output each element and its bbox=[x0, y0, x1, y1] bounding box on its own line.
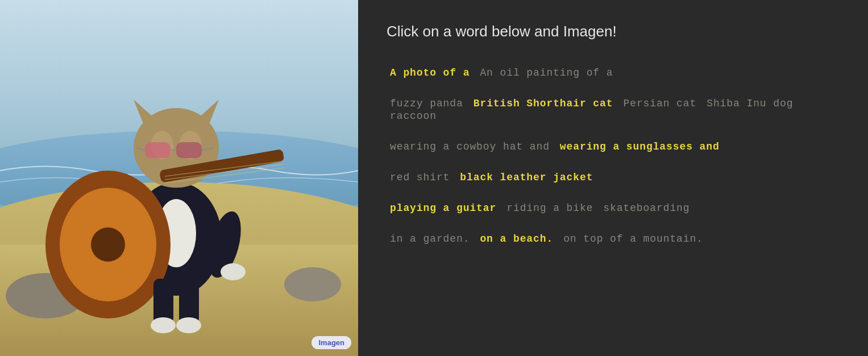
imagen-badge: Imagen bbox=[312, 336, 351, 349]
text-panel: Click on a word below and Imagen! A phot… bbox=[358, 0, 868, 356]
word-a-photo-of-a[interactable]: A photo of a bbox=[387, 67, 473, 79]
word-british-shorthair-cat[interactable]: British Shorthair cat bbox=[470, 97, 617, 110]
svg-rect-14 bbox=[145, 142, 171, 158]
word-skateboarding[interactable]: skateboarding bbox=[600, 202, 693, 214]
word-an-oil-painting-of-a[interactable]: An oil painting of a bbox=[476, 67, 616, 79]
word-wearing-a-cowboy-hat-and[interactable]: wearing a cowboy hat and bbox=[387, 140, 553, 153]
word-grid: A photo of a An oil painting of afuzzy p… bbox=[387, 57, 840, 254]
svg-point-25 bbox=[91, 227, 125, 262]
word-in-a-garden[interactable]: in a garden. bbox=[387, 233, 473, 245]
word-row-3: red shirt black leather jacket bbox=[387, 162, 840, 193]
word-on-top-of-a-mountain[interactable]: on top of a mountain. bbox=[560, 233, 707, 245]
word-row-1: fuzzy panda British Shorthair cat Persia… bbox=[387, 88, 840, 131]
word-persian-cat[interactable]: Persian cat bbox=[620, 97, 700, 110]
word-black-leather-jacket[interactable]: black leather jacket bbox=[456, 171, 596, 184]
word-on-a-beach[interactable]: on a beach. bbox=[476, 233, 556, 245]
headline: Click on a word below and Imagen! bbox=[387, 23, 840, 40]
word-red-shirt[interactable]: red shirt bbox=[387, 171, 453, 184]
svg-rect-15 bbox=[176, 142, 202, 158]
word-row-5: in a garden. on a beach. on top of a mou… bbox=[387, 223, 840, 254]
word-wearing-a-sunglasses-and[interactable]: wearing a sunglasses and bbox=[556, 140, 723, 153]
word-riding-a-bike[interactable]: riding a bike bbox=[503, 202, 596, 214]
image-panel: Imagen bbox=[0, 0, 358, 356]
word-row-4: playing a guitar riding a bike skateboar… bbox=[387, 193, 840, 223]
word-row-0: A photo of a An oil painting of a bbox=[387, 57, 840, 88]
svg-rect-30 bbox=[153, 279, 173, 324]
svg-point-33 bbox=[176, 317, 201, 333]
word-row-2: wearing a cowboy hat and wearing a sungl… bbox=[387, 131, 840, 162]
scene-svg bbox=[0, 0, 358, 356]
svg-point-32 bbox=[151, 317, 176, 333]
word-fuzzy-panda[interactable]: fuzzy panda bbox=[387, 97, 467, 110]
word-raccoon[interactable]: raccoon bbox=[387, 110, 440, 122]
word-shiba-inu-dog[interactable]: Shiba Inu dog bbox=[703, 97, 796, 110]
svg-point-6 bbox=[284, 267, 341, 301]
word-playing-a-guitar[interactable]: playing a guitar bbox=[387, 202, 500, 214]
svg-rect-31 bbox=[179, 279, 199, 324]
svg-point-22 bbox=[221, 263, 246, 280]
